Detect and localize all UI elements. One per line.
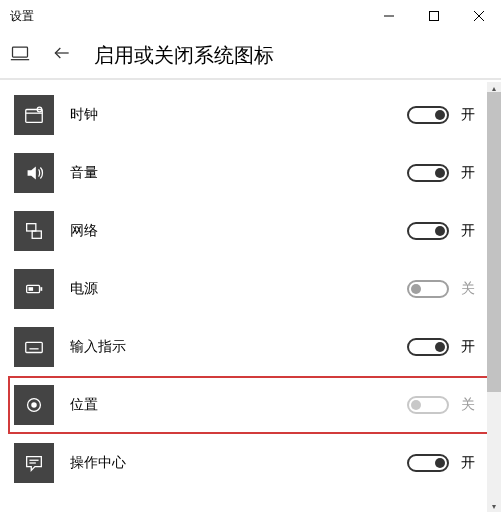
action-center-icon [14, 443, 54, 483]
toggle-action-center[interactable] [407, 454, 449, 472]
svg-point-23 [31, 402, 37, 408]
toggle-location [407, 396, 449, 414]
svg-rect-10 [27, 224, 36, 231]
svg-rect-15 [26, 342, 43, 352]
toggle-power[interactable] [407, 280, 449, 298]
list-item-power: 电源 关 [10, 260, 495, 318]
item-label: 位置 [70, 396, 98, 414]
window-buttons [366, 0, 501, 32]
toggle-clock[interactable] [407, 106, 449, 124]
power-icon [14, 269, 54, 309]
clock-icon [14, 95, 54, 135]
network-icon [14, 211, 54, 251]
item-label: 网络 [70, 222, 98, 240]
list-item-ime: 输入指示 开 [10, 318, 495, 376]
scroll-down-arrow[interactable]: ▾ [487, 500, 501, 512]
location-icon [14, 385, 54, 425]
svg-rect-1 [429, 12, 438, 21]
svg-rect-4 [13, 47, 28, 57]
item-label: 时钟 [70, 106, 98, 124]
minimize-button[interactable] [366, 0, 411, 32]
close-button[interactable] [456, 0, 501, 32]
header: 启用或关闭系统图标 [0, 32, 501, 80]
ime-icon [14, 327, 54, 367]
svg-rect-13 [40, 287, 42, 291]
svg-rect-14 [29, 287, 34, 291]
volume-icon [14, 153, 54, 193]
item-label: 电源 [70, 280, 98, 298]
item-label: 音量 [70, 164, 98, 182]
list-item-volume: 音量 开 [10, 144, 495, 202]
settings-list: 时钟 开 音量 开 网络 开 电源 关 输入指示 [0, 80, 501, 525]
item-label: 输入指示 [70, 338, 126, 356]
item-label: 操作中心 [70, 454, 126, 472]
toggle-volume[interactable] [407, 164, 449, 182]
scrollbar-thumb[interactable] [487, 92, 501, 392]
svg-rect-11 [32, 231, 41, 238]
page-title: 启用或关闭系统图标 [94, 42, 274, 69]
back-button[interactable] [52, 43, 72, 67]
list-item-action-center: 操作中心 开 [10, 434, 495, 492]
maximize-button[interactable] [411, 0, 456, 32]
list-item-location: 位置 关 [8, 376, 495, 434]
window-title: 设置 [10, 8, 34, 25]
device-icon[interactable] [10, 43, 30, 67]
toggle-ime[interactable] [407, 338, 449, 356]
list-item-network: 网络 开 [10, 202, 495, 260]
list-item-clock: 时钟 开 [10, 86, 495, 144]
toggle-network[interactable] [407, 222, 449, 240]
titlebar: 设置 [0, 0, 501, 32]
